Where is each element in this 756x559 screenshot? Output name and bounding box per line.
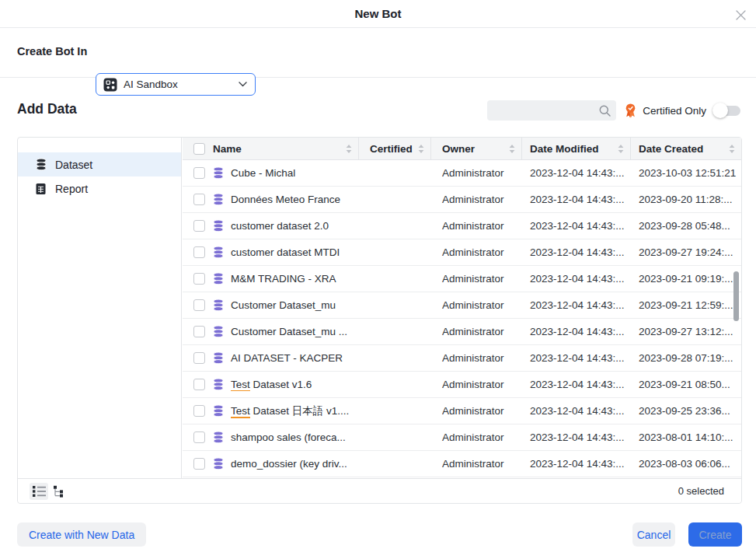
row-checkbox[interactable] [193,379,205,390]
table-row[interactable]: Customer Dataset_mu ...Administrator2023… [183,319,741,345]
highlighted-text: Test [231,405,250,418]
date-modified-cell: 2023-12-04 14:43:... [522,220,631,232]
name-cell: Cube - Michal [183,166,359,180]
dataset-icon [212,457,225,470]
search-box [487,100,616,121]
date-created-cell: 2023-09-25 23:36... [631,405,741,417]
owner-cell: Administrator [431,458,522,470]
table-row[interactable]: demo_dossier (key driv...Administrator20… [183,451,741,477]
date-modified-cell: 2023-12-04 14:43:... [522,273,631,285]
row-checkbox[interactable] [193,246,205,258]
date-modified-cell: 2023-12-04 14:43:... [522,352,631,364]
sort-icon[interactable] [418,145,424,153]
date-modified-cell: 2023-12-04 14:43:... [522,167,631,179]
dataset-table: Name Certified Owner Date Modified Date … [183,138,741,478]
owner-cell: Administrator [431,379,522,390]
row-checkbox[interactable] [193,431,205,443]
row-checkbox[interactable] [193,326,205,337]
table-row[interactable]: Customer Dataset_muAdministrator2023-12-… [183,292,741,319]
column-header-date-created[interactable]: Date Created [631,138,741,159]
date-created-cell: 2023-09-28 07:19:... [631,352,741,364]
cancel-button[interactable]: Cancel [632,522,675,547]
row-checkbox[interactable] [193,167,205,179]
owner-cell: Administrator [431,405,522,417]
create-with-new-data-button[interactable]: Create with New Data [17,522,146,547]
name-cell: Customer Dataset_mu [183,299,359,312]
modal-header: New Bot [0,0,756,28]
name-cell: AI DATASET - KACPER [183,351,359,365]
column-header-certified[interactable]: Certified [359,138,431,159]
table-row[interactable]: Test Dataset v1.6Administrator2023-12-04… [183,372,741,398]
certified-only-label: Certified Only [643,105,706,117]
column-header-owner[interactable]: Owner [431,138,522,159]
chevron-down-icon [239,82,247,87]
date-created-cell: 2023-08-03 06:06... [631,458,741,470]
sidebar-item-dataset[interactable]: Dataset [18,152,181,176]
dataset-name: demo_dossier (key driv... [231,458,347,470]
name-cell: Test Dataset v1.6 [183,378,359,391]
row-checkbox[interactable] [193,458,205,470]
name-cell: customer dataset 2.0 [183,219,359,232]
dataset-name: Customer Dataset_mu ... [231,326,347,337]
dataset-icon [212,272,225,285]
workspace-dropdown[interactable]: AI Sandbox [96,73,256,96]
dataset-name: Données Meteo France [231,194,340,205]
data-picker: Dataset Report Name Certified [17,137,742,504]
row-checkbox[interactable] [193,220,205,232]
name-cell: Données Meteo France [183,193,359,206]
date-modified-cell: 2023-12-04 14:43:... [522,379,631,390]
sort-icon[interactable] [346,145,352,153]
date-modified-cell: 2023-12-04 14:43:... [522,299,631,311]
sort-icon[interactable] [509,145,515,153]
sandbox-icon [103,78,117,92]
owner-cell: Administrator [431,246,522,258]
column-header-date-modified[interactable]: Date Modified [522,138,631,159]
table-row[interactable]: Données Meteo FranceAdministrator2023-12… [183,187,741,213]
list-view-button[interactable] [30,483,48,500]
close-icon[interactable] [736,9,746,23]
table-footer-bar: 0 selected [18,478,741,503]
dataset-icon [212,351,225,365]
dataset-icon [212,166,225,180]
type-sidebar: Dataset Report [18,138,182,478]
dataset-icon [212,246,225,259]
dataset-icon [212,219,225,232]
new-bot-modal: New Bot Create Bot In AI Sandbox A [0,0,756,559]
create-button[interactable]: Create [688,522,742,547]
select-all-checkbox[interactable] [193,143,205,155]
row-checkbox[interactable] [193,352,205,364]
sidebar-item-report[interactable]: Report [18,176,181,201]
certified-only-toggle[interactable] [714,106,740,116]
search-input[interactable] [487,100,616,121]
table-header: Name Certified Owner Date Modified Date … [183,138,741,160]
row-checkbox[interactable] [193,405,205,417]
row-checkbox[interactable] [193,194,205,205]
owner-cell: Administrator [431,431,522,443]
table-row[interactable]: Cube - MichalAdministrator2023-12-04 14:… [183,160,741,187]
name-cell: Test Dataset 日本語 v1.... [183,404,359,418]
certified-only-control: Certified Only [624,100,740,121]
scrollbar-thumb[interactable] [733,271,739,321]
column-header-name[interactable]: Name [183,138,359,159]
tree-view-button[interactable] [50,483,68,500]
table-row[interactable]: customer dataset 2.0Administrator2023-12… [183,213,741,239]
date-modified-cell: 2023-12-04 14:43:... [522,194,631,205]
owner-cell: Administrator [431,167,522,179]
sort-icon[interactable] [618,145,624,153]
date-created-cell: 2023-09-21 09:19:... [631,273,741,285]
name-cell: Customer Dataset_mu ... [183,325,359,338]
table-row[interactable]: AI DATASET - KACPERAdministrator2023-12-… [183,345,741,372]
table-row[interactable]: customer dataset MTDIAdministrator2023-1… [183,239,741,266]
dataset-name: Cube - Michal [231,167,295,179]
sort-icon[interactable] [729,145,735,153]
date-modified-cell: 2023-12-04 14:43:... [522,246,631,258]
database-icon [34,158,47,171]
dataset-icon [212,404,225,418]
table-row[interactable]: shampoo sales (foreca...Administrator202… [183,424,741,451]
row-checkbox[interactable] [193,299,205,311]
dataset-icon [212,325,225,338]
table-row[interactable]: Test Dataset 日本語 v1....Administrator2023… [183,398,741,424]
row-checkbox[interactable] [193,273,205,285]
table-row[interactable]: M&M TRADING - XRAAdministrator2023-12-04… [183,266,741,292]
name-cell: shampoo sales (foreca... [183,431,359,444]
